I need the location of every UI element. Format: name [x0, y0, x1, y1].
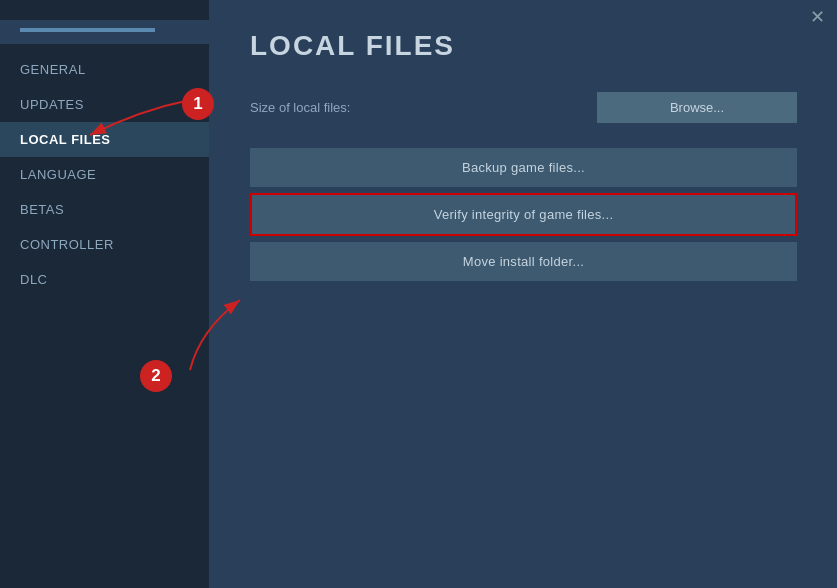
size-label: Size of local files:: [250, 100, 597, 115]
sidebar-item-general[interactable]: GENERAL: [0, 52, 209, 87]
close-button[interactable]: ✕: [810, 8, 825, 26]
sidebar-item-controller[interactable]: CONTROLLER: [0, 227, 209, 262]
sidebar-item-updates[interactable]: UPDATES: [0, 87, 209, 122]
sidebar: GENERAL UPDATES LOCAL FILES LANGUAGE BET…: [0, 0, 210, 588]
page-title: LOCAL FILES: [250, 30, 797, 62]
content-area: LOCAL FILES Size of local files: Browse.…: [210, 0, 837, 588]
backup-button[interactable]: Backup game files...: [250, 148, 797, 187]
main-window: ✕ GENERAL UPDATES LOCAL FILES LANGUAGE B…: [0, 0, 837, 588]
browse-button[interactable]: Browse...: [597, 92, 797, 123]
sidebar-item-betas[interactable]: BETAS: [0, 192, 209, 227]
sidebar-item-local-files[interactable]: LOCAL FILES: [0, 122, 209, 157]
verify-integrity-button[interactable]: Verify integrity of game files...: [250, 193, 797, 236]
sidebar-active-bar: [20, 28, 155, 32]
size-row: Size of local files: Browse...: [250, 92, 797, 123]
move-install-button[interactable]: Move install folder...: [250, 242, 797, 281]
sidebar-item-dlc[interactable]: DLC: [0, 262, 209, 297]
sidebar-item-language[interactable]: LANGUAGE: [0, 157, 209, 192]
main-layout: GENERAL UPDATES LOCAL FILES LANGUAGE BET…: [0, 0, 837, 588]
